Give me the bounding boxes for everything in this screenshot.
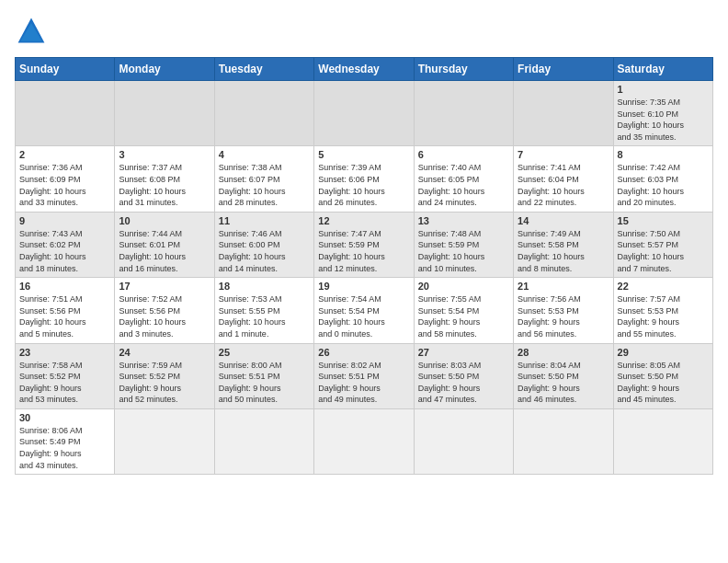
day-info: Sunrise: 7:41 AM Sunset: 6:04 PM Dayligh… [518,162,609,208]
day-info: Sunrise: 7:55 AM Sunset: 5:54 PM Dayligh… [418,293,509,339]
calendar-cell: 15Sunrise: 7:50 AM Sunset: 5:57 PM Dayli… [613,212,712,277]
calendar-cell: 30Sunrise: 8:06 AM Sunset: 5:49 PM Dayli… [16,408,115,474]
calendar-cell: 14Sunrise: 7:49 AM Sunset: 5:58 PM Dayli… [514,212,613,277]
day-number: 20 [418,281,509,292]
day-number: 30 [19,412,110,423]
calendar-cell [16,81,115,146]
calendar-cell: 29Sunrise: 8:05 AM Sunset: 5:50 PM Dayli… [613,343,712,408]
day-info: Sunrise: 8:00 AM Sunset: 5:51 PM Dayligh… [219,360,310,406]
day-number: 19 [318,281,409,292]
calendar-cell [514,81,613,146]
calendar-day-header: Friday [514,58,613,81]
calendar-cell: 5Sunrise: 7:39 AM Sunset: 6:06 PM Daylig… [314,146,414,212]
calendar: SundayMondayTuesdayWednesdayThursdayFrid… [15,57,713,475]
day-info: Sunrise: 8:03 AM Sunset: 5:50 PM Dayligh… [418,360,509,406]
day-info: Sunrise: 7:38 AM Sunset: 6:07 PM Dayligh… [219,162,310,208]
day-number: 24 [119,347,210,358]
calendar-day-header: Tuesday [214,58,313,81]
svg-marker-1 [20,23,41,41]
calendar-day-header: Wednesday [314,58,414,81]
day-info: Sunrise: 7:58 AM Sunset: 5:52 PM Dayligh… [19,360,110,406]
calendar-day-header: Monday [115,58,214,81]
calendar-cell: 24Sunrise: 7:59 AM Sunset: 5:52 PM Dayli… [115,343,214,408]
calendar-cell: 6Sunrise: 7:40 AM Sunset: 6:05 PM Daylig… [414,146,513,212]
calendar-day-header: Saturday [613,58,712,81]
calendar-cell: 25Sunrise: 8:00 AM Sunset: 5:51 PM Dayli… [214,343,313,408]
calendar-cell [214,408,313,474]
day-number: 21 [518,281,609,292]
day-number: 11 [219,215,310,226]
day-info: Sunrise: 7:35 AM Sunset: 6:10 PM Dayligh… [618,97,709,143]
day-number: 2 [19,149,110,160]
calendar-day-header: Thursday [414,58,513,81]
calendar-cell: 19Sunrise: 7:54 AM Sunset: 5:54 PM Dayli… [314,278,414,343]
calendar-week-row: 2Sunrise: 7:36 AM Sunset: 6:09 PM Daylig… [16,146,713,212]
page: SundayMondayTuesdayWednesdayThursdayFrid… [0,0,728,563]
calendar-cell [115,408,214,474]
day-info: Sunrise: 7:43 AM Sunset: 6:02 PM Dayligh… [19,228,110,274]
day-info: Sunrise: 7:46 AM Sunset: 6:00 PM Dayligh… [219,228,310,274]
day-number: 8 [618,149,709,160]
day-info: Sunrise: 7:44 AM Sunset: 6:01 PM Dayligh… [119,228,210,274]
day-info: Sunrise: 8:04 AM Sunset: 5:50 PM Dayligh… [518,360,609,406]
day-info: Sunrise: 7:59 AM Sunset: 5:52 PM Dayligh… [119,360,210,406]
calendar-cell: 27Sunrise: 8:03 AM Sunset: 5:50 PM Dayli… [414,343,513,408]
calendar-cell: 26Sunrise: 8:02 AM Sunset: 5:51 PM Dayli… [314,343,414,408]
day-number: 1 [618,84,709,95]
calendar-cell: 23Sunrise: 7:58 AM Sunset: 5:52 PM Dayli… [16,343,115,408]
day-number: 14 [518,215,609,226]
day-info: Sunrise: 7:51 AM Sunset: 5:56 PM Dayligh… [19,293,110,339]
calendar-cell: 11Sunrise: 7:46 AM Sunset: 6:00 PM Dayli… [214,212,313,277]
calendar-cell: 18Sunrise: 7:53 AM Sunset: 5:55 PM Dayli… [214,278,313,343]
day-info: Sunrise: 7:49 AM Sunset: 5:58 PM Dayligh… [518,228,609,274]
calendar-cell: 2Sunrise: 7:36 AM Sunset: 6:09 PM Daylig… [16,146,115,212]
calendar-cell: 21Sunrise: 7:56 AM Sunset: 5:53 PM Dayli… [514,278,613,343]
calendar-week-row: 23Sunrise: 7:58 AM Sunset: 5:52 PM Dayli… [16,343,713,408]
calendar-week-row: 1Sunrise: 7:35 AM Sunset: 6:10 PM Daylig… [16,81,713,146]
calendar-cell: 8Sunrise: 7:42 AM Sunset: 6:03 PM Daylig… [613,146,712,212]
calendar-cell: 28Sunrise: 8:04 AM Sunset: 5:50 PM Dayli… [514,343,613,408]
day-info: Sunrise: 7:56 AM Sunset: 5:53 PM Dayligh… [518,293,609,339]
calendar-cell: 1Sunrise: 7:35 AM Sunset: 6:10 PM Daylig… [613,81,712,146]
day-number: 5 [318,149,409,160]
day-info: Sunrise: 7:40 AM Sunset: 6:05 PM Dayligh… [418,162,509,208]
calendar-cell: 4Sunrise: 7:38 AM Sunset: 6:07 PM Daylig… [214,146,313,212]
calendar-cell: 7Sunrise: 7:41 AM Sunset: 6:04 PM Daylig… [514,146,613,212]
day-info: Sunrise: 7:48 AM Sunset: 5:59 PM Dayligh… [418,228,509,274]
day-number: 22 [618,281,709,292]
day-info: Sunrise: 8:02 AM Sunset: 5:51 PM Dayligh… [318,360,409,406]
day-info: Sunrise: 8:05 AM Sunset: 5:50 PM Dayligh… [618,360,709,406]
calendar-cell: 16Sunrise: 7:51 AM Sunset: 5:56 PM Dayli… [16,278,115,343]
day-info: Sunrise: 8:06 AM Sunset: 5:49 PM Dayligh… [19,425,110,471]
day-number: 7 [518,149,609,160]
calendar-cell: 22Sunrise: 7:57 AM Sunset: 5:53 PM Dayli… [613,278,712,343]
day-number: 13 [418,215,509,226]
day-number: 16 [19,281,110,292]
day-number: 29 [618,347,709,358]
day-info: Sunrise: 7:42 AM Sunset: 6:03 PM Dayligh… [618,162,709,208]
day-number: 28 [518,347,609,358]
day-number: 18 [219,281,310,292]
calendar-cell [613,408,712,474]
calendar-cell [414,81,513,146]
logo-icon [15,15,48,48]
day-number: 12 [318,215,409,226]
header [15,15,713,48]
calendar-cell: 9Sunrise: 7:43 AM Sunset: 6:02 PM Daylig… [16,212,115,277]
calendar-cell [414,408,513,474]
day-number: 9 [19,215,110,226]
calendar-cell [514,408,613,474]
day-info: Sunrise: 7:39 AM Sunset: 6:06 PM Dayligh… [318,162,409,208]
logo [15,15,53,48]
day-info: Sunrise: 7:57 AM Sunset: 5:53 PM Dayligh… [618,293,709,339]
day-info: Sunrise: 7:53 AM Sunset: 5:55 PM Dayligh… [219,293,310,339]
calendar-cell: 10Sunrise: 7:44 AM Sunset: 6:01 PM Dayli… [115,212,214,277]
day-info: Sunrise: 7:47 AM Sunset: 5:59 PM Dayligh… [318,228,409,274]
day-info: Sunrise: 7:50 AM Sunset: 5:57 PM Dayligh… [618,228,709,274]
day-number: 6 [418,149,509,160]
calendar-cell: 20Sunrise: 7:55 AM Sunset: 5:54 PM Dayli… [414,278,513,343]
calendar-cell [314,408,414,474]
calendar-cell: 3Sunrise: 7:37 AM Sunset: 6:08 PM Daylig… [115,146,214,212]
day-number: 15 [618,215,709,226]
calendar-cell: 12Sunrise: 7:47 AM Sunset: 5:59 PM Dayli… [314,212,414,277]
